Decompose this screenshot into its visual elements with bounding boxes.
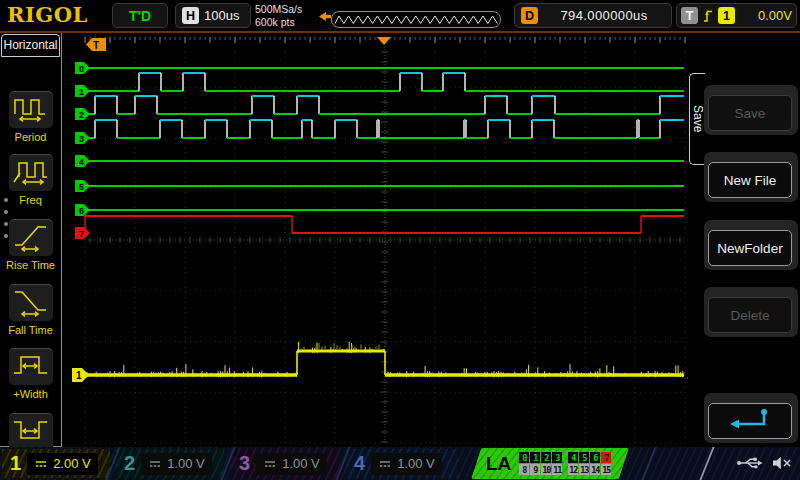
channel-1-status[interactable]: 12.00 V: [2, 449, 110, 478]
timebase-value: 100us: [204, 8, 239, 23]
channel-scale-value: 1.00 V: [282, 456, 320, 471]
la-digit-4: 4: [568, 452, 578, 463]
period-icon: [12, 92, 50, 128]
bottom-bar-separator: [641, 447, 656, 480]
digital-channel-tag-d6[interactable]: 6: [75, 204, 90, 216]
channel-3-status[interactable]: 31.00 V: [231, 449, 339, 478]
newfolder-button-slot: NewFolder: [704, 220, 798, 270]
la-digit-0: 0: [519, 452, 529, 463]
trigger-position-marker: [377, 37, 391, 45]
la-digit-13: 13: [579, 464, 589, 475]
digital-trace-d3: [85, 120, 684, 138]
rise-time-icon: [12, 220, 50, 256]
la-digit-1: 1: [530, 452, 540, 463]
left-menu: Horizontal PeriodFreqRise TimeFall Time+…: [0, 33, 62, 447]
digital-channel-tag-d0[interactable]: 0: [75, 62, 90, 74]
save-button[interactable]: Save: [708, 95, 792, 131]
digital-channel-tag-d1[interactable]: 1: [75, 85, 90, 97]
la-digit-7: 7: [601, 452, 611, 463]
menu-item-label: Freq: [0, 194, 61, 206]
menu-item-rise-time[interactable]: Rise Time: [0, 219, 61, 271]
menu-item-label: Rise Time: [0, 259, 61, 271]
status-icons: [736, 456, 792, 470]
back-button-slot: [704, 393, 798, 443]
digital-channel-tag-d2[interactable]: 2: [75, 108, 90, 120]
la-digit-8: 8: [519, 464, 529, 475]
svg-text:1: 1: [79, 87, 84, 97]
freq-icon: [12, 155, 50, 191]
analog-channel-tag-ch1[interactable]: 1: [72, 368, 89, 382]
new-file-button-slot: New File: [704, 152, 798, 202]
channel-scale-value: 2.00 V: [53, 456, 91, 471]
menu-item-label: Period: [0, 131, 61, 143]
horizontal-timebase-readout: H 100us: [175, 3, 251, 28]
menu-item--width[interactable]: +Width: [0, 348, 61, 400]
la-digit-14: 14: [590, 464, 600, 475]
svg-text:5: 5: [79, 182, 84, 192]
delay-readout: D 794.000000us: [514, 3, 672, 28]
dc-coupling-icon: [263, 459, 277, 469]
channel-number: 1: [10, 449, 21, 478]
la-digit-11: 11: [552, 464, 562, 475]
channel-number: 2: [124, 449, 135, 478]
left-menu-title: Horizontal: [1, 34, 60, 57]
dc-coupling-icon: [34, 459, 48, 469]
menu-tab-save: Save: [689, 73, 705, 165]
trigger-source-badge: 1: [718, 7, 735, 24]
menu-item-fall-time[interactable]: Fall Time: [0, 284, 61, 336]
digital-channel-tag-d4[interactable]: 4: [75, 155, 90, 167]
svg-text:4: 4: [79, 157, 84, 167]
menu-item-period[interactable]: Period: [0, 91, 61, 143]
newfolder-button[interactable]: NewFolder: [708, 230, 792, 266]
memory-depth: 600k pts: [255, 16, 302, 29]
analog-trace-ch1: [85, 342, 684, 378]
bottom-bar-separator: [699, 447, 714, 480]
waveform-display: 012345671TT: [62, 33, 688, 447]
channel-4-status[interactable]: 41.00 V: [346, 449, 458, 478]
return-icon: [727, 407, 773, 436]
right-menu: Save SaveNew FileNewFolderDelete: [688, 33, 800, 447]
svg-text:0: 0: [79, 64, 84, 74]
minus-width-icon: [12, 414, 50, 450]
menu-scroll-dots: [4, 190, 8, 246]
la-label: LA: [486, 453, 511, 475]
save-button-slot: Save: [704, 85, 798, 135]
channel-2-status[interactable]: 21.00 V: [116, 449, 224, 478]
channel-number: 3: [239, 449, 250, 478]
menu-item-label: Fall Time: [0, 324, 61, 336]
svg-text:6: 6: [79, 206, 84, 216]
waveform-preview: [331, 11, 501, 28]
d-badge: D: [521, 7, 538, 24]
la-digit-15: 15: [601, 464, 611, 475]
channel-scale-value: 1.00 V: [397, 456, 435, 471]
menu-item-freq[interactable]: Freq: [0, 154, 61, 206]
digital-trace-d7: [85, 216, 684, 233]
trigger-level-value: 0.00V: [758, 8, 792, 23]
svg-text:T: T: [93, 40, 99, 51]
digital-channel-tag-d3[interactable]: 3: [75, 132, 90, 144]
digital-channel-tag-d5[interactable]: 5: [75, 180, 90, 192]
trigger-edge-icon: [702, 8, 714, 23]
la-status[interactable]: LA0123456789101112131415: [471, 448, 629, 479]
channel-number: 4: [354, 449, 365, 478]
digital-channel-tag-d7[interactable]: 7: [75, 227, 90, 239]
svg-text:1: 1: [76, 370, 82, 381]
channel-scale-value: 1.00 V: [167, 456, 205, 471]
la-digit-grid: 0123456789101112131415: [519, 452, 611, 475]
usb-icon: [736, 456, 764, 470]
dc-coupling-icon: [148, 459, 162, 469]
trigger-readout: T 1 0.00V: [676, 3, 797, 28]
delete-button[interactable]: Delete: [708, 297, 792, 333]
preview-waveform: [335, 16, 497, 24]
trigger-status-badge: T'D: [112, 3, 168, 28]
rigol-logo: RIGOL: [7, 2, 88, 27]
preview-arrow-icon: [319, 7, 331, 25]
new-file-button[interactable]: New File: [708, 162, 792, 198]
back-button[interactable]: [708, 403, 792, 439]
digital-trace-d2: [85, 96, 684, 114]
svg-text:2: 2: [79, 110, 84, 120]
h-badge: H: [182, 7, 199, 24]
delay-value: 794.000000us: [560, 8, 647, 23]
sample-rate: 500MSa/s: [255, 3, 302, 16]
top-bar: RIGOL T'D H 100us 500MSa/s 600k pts D 79…: [0, 0, 800, 33]
